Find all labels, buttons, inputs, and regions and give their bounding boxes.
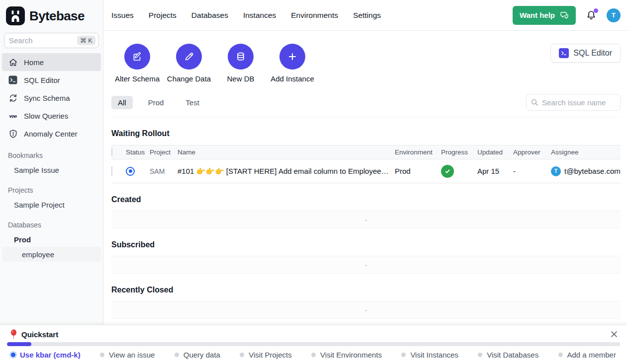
- add-instance-button[interactable]: Add Instance: [267, 44, 318, 83]
- row-approver: -: [513, 167, 551, 175]
- issue-search-input[interactable]: [526, 94, 621, 111]
- col-project: Project: [150, 148, 178, 156]
- search-shortcut-badge: ⌘ K: [77, 36, 95, 45]
- sidebar-item-label: Anomaly Center: [24, 130, 78, 138]
- tab-all[interactable]: All: [111, 96, 133, 109]
- quickstart-progress-fill: [7, 342, 31, 346]
- new-db-button[interactable]: New DB: [215, 44, 267, 83]
- alter-schema-button[interactable]: Alter Schema: [111, 44, 163, 83]
- quickstart-step-kbar[interactable]: Use kbar (cmd-k): [11, 351, 81, 359]
- sidebar-item-sample-issue[interactable]: Sample Issue: [2, 162, 101, 177]
- balloon-icon: [10, 329, 17, 339]
- col-updated: Updated: [477, 148, 513, 156]
- progress-done-icon: [441, 165, 454, 178]
- sidebar-item-prod[interactable]: Prod: [2, 232, 101, 247]
- sidebar-item-sync-schema[interactable]: Sync Schema: [2, 89, 101, 107]
- notifications-button[interactable]: [585, 9, 598, 22]
- search-icon: [531, 98, 538, 106]
- sidebar-item-sample-project[interactable]: Sample Project: [2, 197, 101, 212]
- brand-name: Bytebase: [29, 8, 85, 24]
- sidebar-item-slow-queries[interactable]: Slow Queries: [2, 107, 101, 125]
- terminal-icon: [559, 48, 569, 58]
- tab-prod[interactable]: Prod: [142, 96, 171, 109]
- topbar: Issues Projects Databases Instances Envi…: [103, 0, 627, 31]
- section-title-waiting-rollout: Waiting Rollout: [111, 129, 621, 138]
- close-icon[interactable]: [609, 329, 619, 339]
- quickstart-step-query-data[interactable]: Query data: [175, 351, 220, 359]
- row-updated: Apr 15: [477, 167, 513, 175]
- table-row[interactable]: SAM #101 👉👉👉 [START HERE] Add email colu…: [111, 159, 621, 183]
- nav-settings[interactable]: Settings: [353, 11, 381, 20]
- quickstart-step-add-member[interactable]: Add a member: [558, 351, 616, 359]
- change-data-button[interactable]: Change Data: [163, 44, 215, 83]
- sql-editor-label: SQL Editor: [573, 49, 612, 58]
- env-tabs-row: All Prod Test: [111, 94, 621, 117]
- quickstart-step-view-issue[interactable]: View an issue: [100, 351, 155, 359]
- step-label: Query data: [183, 351, 220, 359]
- quick-action-label: Add Instance: [270, 74, 314, 83]
- sidebar-item-home[interactable]: Home: [2, 53, 101, 71]
- step-label: Visit Instances: [410, 351, 458, 359]
- brand-logo[interactable]: Bytebase: [0, 0, 103, 31]
- waiting-rollout-table: Status Project Name Environment Progress…: [111, 145, 621, 183]
- sql-editor-button[interactable]: SQL Editor: [550, 44, 621, 63]
- step-label: View an issue: [109, 351, 155, 359]
- sidebar-group-databases: Databases: [0, 212, 103, 232]
- step-dot-icon: [478, 353, 482, 357]
- status-open-icon: [126, 167, 135, 176]
- quickstart-steps: Use kbar (cmd-k) View an issue Query dat…: [0, 346, 627, 364]
- nav-instances[interactable]: Instances: [243, 11, 276, 20]
- unread-dot: [594, 8, 598, 13]
- sidebar-item-label: SQL Editor: [24, 76, 60, 84]
- sidebar-search[interactable]: ⌘ K: [4, 33, 99, 48]
- step-dot-icon: [175, 353, 179, 357]
- sync-icon: [8, 93, 18, 103]
- empty-placeholder: -: [365, 261, 367, 269]
- sidebar: Bytebase ⌘ K Home SQL Editor: [0, 0, 103, 364]
- nav-projects[interactable]: Projects: [149, 11, 177, 20]
- row-assignee: T t@bytebase.com: [551, 166, 621, 176]
- sidebar-item-anomaly-center[interactable]: Anomaly Center: [2, 125, 101, 143]
- quickstart-step-visit-instances[interactable]: Visit Instances: [401, 351, 458, 359]
- user-avatar[interactable]: T: [607, 8, 621, 22]
- terminal-icon: [8, 75, 18, 85]
- quick-action-label: Change Data: [167, 74, 211, 83]
- main-content: Alter Schema Change Data: [103, 31, 627, 364]
- quickstart-step-visit-projects[interactable]: Visit Projects: [240, 351, 291, 359]
- sidebar-item-employee[interactable]: employee: [2, 247, 101, 262]
- row-checkbox[interactable]: [111, 166, 112, 176]
- sidebar-spacer: [0, 262, 103, 324]
- step-label: Visit Projects: [249, 351, 291, 359]
- subscribed-empty-row: -: [111, 256, 621, 274]
- select-all-checkbox[interactable]: [111, 148, 112, 156]
- step-dot-icon: [240, 353, 244, 357]
- col-name: Name: [178, 148, 395, 156]
- quickstart-step-visit-databases[interactable]: Visit Databases: [478, 351, 538, 359]
- quick-actions-row: Alter Schema Change Data: [111, 44, 621, 83]
- nav-issues[interactable]: Issues: [111, 11, 134, 20]
- main-column: Issues Projects Databases Instances Envi…: [103, 0, 627, 364]
- step-label: Visit Databases: [487, 351, 538, 359]
- sidebar-group-bookmarks: Bookmarks: [0, 143, 103, 162]
- nav-environments[interactable]: Environments: [291, 11, 338, 20]
- col-approver: Approver: [513, 148, 551, 156]
- step-dot-icon: [401, 353, 406, 357]
- issue-search: [526, 94, 621, 111]
- plus-icon: [279, 44, 305, 70]
- col-progress: Progress: [441, 148, 477, 156]
- sidebar-group-projects: Projects: [0, 177, 103, 197]
- tab-test[interactable]: Test: [179, 96, 206, 109]
- bytebase-logo-icon: [6, 6, 25, 25]
- search-input[interactable]: [9, 36, 74, 45]
- sidebar-item-label: Sync Schema: [24, 94, 70, 102]
- sidebar-item-sql-editor[interactable]: SQL Editor: [2, 71, 101, 89]
- quickstart-bar: Quickstart Use kbar (cmd-k) View an issu…: [0, 325, 627, 364]
- section-title-subscribed: Subscribed: [111, 240, 621, 249]
- want-help-button[interactable]: Want help: [513, 6, 576, 25]
- edit-square-icon: [124, 44, 150, 70]
- empty-placeholder: -: [365, 216, 367, 223]
- quickstart-step-visit-environments[interactable]: Visit Environments: [311, 351, 382, 359]
- nav-databases[interactable]: Databases: [191, 11, 228, 20]
- row-name[interactable]: #101 👉👉👉 [START HERE] Add email column t…: [178, 167, 395, 176]
- home-icon: [8, 57, 18, 67]
